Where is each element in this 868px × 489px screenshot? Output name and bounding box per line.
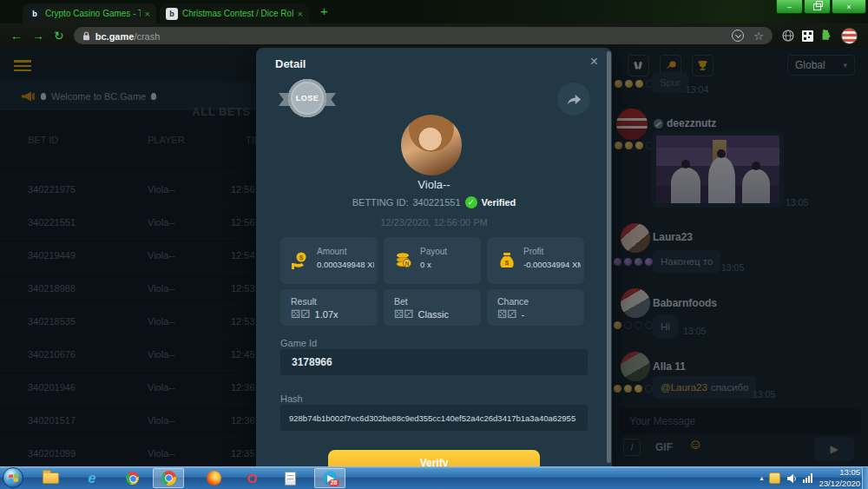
dice-icon: ⚄⚂	[497, 308, 517, 320]
verified-shield-icon: ✓	[465, 196, 477, 208]
profit-tile: $ Profit -0.00034994 XMR	[487, 237, 584, 284]
dice-icon: ⚄⚂	[291, 308, 311, 320]
betting-id-label: BETTING ID:	[352, 197, 409, 208]
tile-label: Chance	[497, 296, 529, 307]
tray-expand-icon[interactable]: ▴	[760, 474, 763, 482]
firefox-icon	[207, 471, 221, 486]
tile-value: -	[522, 309, 525, 320]
show-desktop-button[interactable]	[862, 467, 868, 489]
new-tab-button[interactable]: +	[320, 3, 328, 18]
tile-value: 0.000349948 XMR	[317, 260, 374, 269]
player-username[interactable]: Viola--	[256, 178, 612, 191]
tile-label: Result	[291, 296, 317, 307]
volume-icon[interactable]	[786, 473, 797, 484]
back-button[interactable]: ←	[10, 30, 23, 42]
modal-title: Detail	[275, 57, 306, 70]
qr-code-icon[interactable]	[802, 30, 813, 42]
payout-coins-icon: N	[393, 250, 414, 271]
tab-title: Christmas Contest / Dice Roll Hu	[182, 9, 293, 18]
amount-tile: $ Amount 0.000349948 XMR	[280, 237, 378, 284]
bookmark-star-icon[interactable]: ☆	[753, 30, 764, 42]
bcgame-page: Welcome to BC.Game ALL BETS BET ID PLAYE…	[0, 48, 868, 466]
amount-coin-icon: $	[290, 250, 311, 271]
verify-button[interactable]: Verify	[328, 450, 540, 466]
player-avatar[interactable]	[401, 115, 462, 175]
taskbar-clock[interactable]: 13:05 23/12/2020	[819, 467, 860, 489]
bcgame-favicon: b	[166, 8, 178, 20]
system-tray: ▴ 13:05 23/12/2020	[760, 467, 860, 489]
svg-text:$: $	[299, 254, 304, 261]
chance-tile: Chance ⚄⚂ -	[487, 289, 584, 326]
window-restore-button[interactable]	[804, 0, 831, 14]
profit-moneybag-icon: $	[496, 250, 517, 271]
tile-value: 1.07x	[315, 309, 339, 320]
taskbar-firefox-icon[interactable]	[198, 468, 229, 488]
taskbar-telegram-icon[interactable]: 28	[314, 468, 345, 488]
install-app-icon[interactable]	[732, 30, 744, 42]
tab-close-icon[interactable]: ×	[145, 9, 150, 19]
extensions-puzzle-icon[interactable]	[821, 30, 833, 42]
tile-value: Classic	[418, 309, 449, 320]
tile-label: Amount	[317, 247, 346, 256]
telegram-icon: 28	[323, 471, 338, 486]
close-icon[interactable]: ×	[590, 55, 598, 69]
taskbar-chromium-icon[interactable]	[116, 468, 148, 488]
hash-field[interactable]: 928b74b1b002f7ec6d302be88c9ed355cc140ef5…	[280, 405, 588, 431]
clock-time: 13:05	[839, 467, 860, 477]
screen: b Crypto Casino Games - The 16 B × b Chr…	[0, 0, 868, 489]
chrome-icon	[161, 471, 176, 486]
opera-icon: O	[247, 472, 257, 485]
window-close-button[interactable]: ×	[832, 0, 866, 14]
chromium-icon	[126, 472, 139, 485]
browser-tab-1[interactable]: b Crypto Casino Games - The 16 B ×	[23, 3, 156, 23]
betting-id-value: 340221551	[412, 197, 460, 208]
modal-scrollbar[interactable]	[607, 51, 611, 463]
browser-toolbar: ← → ↻ bc.game/crash ☆	[0, 23, 868, 48]
payout-tile: N Payout 0 x	[384, 237, 481, 284]
internet-explorer-icon: e	[89, 472, 96, 486]
network-signal-icon[interactable]	[803, 473, 812, 483]
address-bar[interactable]: bc.game/crash ☆	[74, 27, 773, 44]
taskbar-notepad-icon[interactable]	[274, 468, 306, 488]
bet-datetime: 12/23/2020, 12:56:00 PM	[256, 217, 612, 228]
lose-badge: LOSE	[279, 77, 336, 122]
tile-label: Bet	[394, 296, 408, 307]
lock-icon	[82, 31, 90, 41]
svg-text:$: $	[505, 259, 510, 267]
bet-tile: Bet ⚄⚂ Classic	[384, 289, 481, 326]
hash-label: Hash	[280, 393, 303, 404]
tile-value: 0 x	[420, 260, 477, 269]
share-button[interactable]	[557, 83, 590, 116]
browser-profile-avatar[interactable]	[841, 28, 858, 44]
game-id-label: Game Id	[280, 338, 317, 348]
tile-label: Payout	[420, 247, 447, 256]
start-button[interactable]	[3, 467, 23, 488]
language-globe-icon[interactable]	[782, 30, 794, 42]
game-id-field[interactable]: 3178966	[280, 349, 588, 375]
taskbar-ie-icon[interactable]: e	[76, 468, 108, 488]
url-path: /crash	[134, 31, 160, 42]
betting-id-row: BETTING ID: 340221551 ✓ Verified	[256, 196, 612, 208]
notepad-icon	[285, 472, 296, 486]
tile-label: Profit	[523, 247, 543, 256]
url-domain: bc.game	[95, 31, 135, 42]
restore-icon	[813, 3, 821, 10]
tab-close-icon[interactable]: ×	[298, 9, 303, 19]
tray-app-icon[interactable]	[769, 472, 780, 484]
forward-button[interactable]: →	[32, 30, 44, 42]
windows-taskbar: e O 28 ▴ 13:05 23/12/2020	[0, 466, 868, 489]
taskbar-opera-icon[interactable]: O	[236, 468, 267, 488]
clock-date: 23/12/2020	[819, 479, 860, 488]
bet-detail-modal: Detail × LOSE Viola-- BETTING ID: 340221…	[256, 48, 612, 466]
lose-badge-text: LOSE	[296, 94, 319, 102]
window-minimize-button[interactable]: –	[776, 0, 803, 14]
taskbar-explorer-icon[interactable]	[35, 468, 66, 488]
reload-button[interactable]: ↻	[54, 30, 64, 42]
dice-icon: ⚄⚂	[394, 308, 414, 320]
tile-value: -0.00034994 XMR	[523, 260, 581, 269]
notification-badge: 28	[329, 479, 339, 486]
tab-title: Crypto Casino Games - The 16 B	[45, 9, 141, 18]
result-tile: Result ⚄⚂ 1.07x	[280, 289, 378, 326]
browser-tab-2[interactable]: b Christmas Contest / Dice Roll Hu ×	[160, 3, 309, 23]
taskbar-chrome-icon[interactable]	[153, 468, 184, 488]
